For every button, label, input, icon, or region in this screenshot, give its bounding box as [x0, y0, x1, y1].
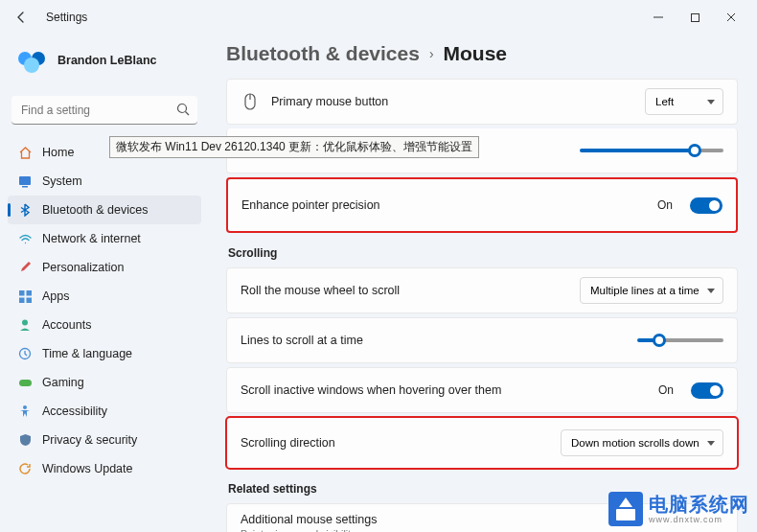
toggle-state: On	[658, 383, 674, 397]
svg-rect-12	[26, 290, 32, 296]
nav-label: Windows Update	[42, 462, 133, 475]
maximize-icon	[690, 12, 700, 23]
watermark: 电脑系统网 www.dnxtw.com	[608, 492, 749, 526]
svg-rect-10	[22, 186, 28, 188]
profile[interactable]: Brandon LeBlanc	[8, 35, 201, 94]
profile-name: Brandon LeBlanc	[57, 54, 157, 67]
scroll-direction-select[interactable]: Down motion scrolls down	[561, 429, 723, 456]
update-icon	[17, 461, 33, 476]
roll-wheel-select[interactable]: Multiple lines at a time	[580, 277, 723, 304]
search-icon	[176, 103, 190, 116]
svg-rect-11	[19, 290, 25, 296]
svg-line-8	[186, 112, 190, 116]
nav-system[interactable]: System	[8, 167, 201, 196]
chevron-right-icon: ›	[429, 46, 434, 61]
nav-gaming[interactable]: Gaming	[8, 368, 201, 397]
breadcrumb-parent[interactable]: Bluetooth & devices	[226, 42, 420, 65]
breadcrumb-current: Mouse	[444, 42, 508, 65]
person-icon	[17, 317, 33, 333]
row-label: Primary mouse button	[271, 95, 633, 108]
gaming-icon	[17, 375, 33, 390]
nav-network[interactable]: Network & internet	[8, 224, 201, 253]
primary-button-select[interactable]: Left	[645, 88, 723, 115]
nav-label: Privacy & security	[42, 433, 137, 447]
title-bar: Settings	[0, 0, 757, 35]
back-button[interactable]	[8, 4, 34, 31]
scrolling-heading: Scrolling	[228, 246, 738, 260]
window-title: Settings	[46, 11, 87, 24]
svg-rect-1	[691, 13, 699, 21]
enhance-precision-card: Enhance pointer precision On	[226, 177, 738, 233]
accessibility-icon	[17, 404, 33, 419]
sidebar: Brandon LeBlanc Home System Bluetooth & …	[0, 35, 209, 532]
minimize-button[interactable]	[640, 3, 677, 32]
system-icon	[17, 173, 33, 189]
svg-rect-17	[19, 380, 32, 386]
nav-update[interactable]: Windows Update	[8, 454, 201, 483]
nav-label: Home	[42, 146, 74, 159]
breadcrumb: Bluetooth & devices › Mouse	[226, 35, 738, 79]
search-wrap	[11, 96, 197, 125]
watermark-url: www.dnxtw.com	[649, 516, 749, 524]
svg-point-6	[24, 58, 39, 73]
arrow-left-icon	[14, 11, 28, 24]
row-label: Enhance pointer precision	[241, 198, 646, 212]
nav-label: Network & internet	[42, 232, 141, 245]
inactive-scroll-card: Scroll inactive windows when hovering ov…	[226, 367, 738, 413]
nav-label: Personalization	[42, 261, 124, 274]
enhance-precision-toggle[interactable]	[690, 197, 723, 214]
watermark-text: 电脑系统网	[649, 495, 749, 514]
svg-rect-9	[19, 176, 31, 185]
nav-accessibility[interactable]: Accessibility	[8, 397, 201, 426]
nav-personalization[interactable]: Personalization	[8, 253, 201, 282]
watermark-logo-icon	[608, 492, 643, 526]
nav-label: Accounts	[42, 318, 91, 332]
lines-scroll-slider[interactable]	[637, 338, 723, 342]
nav-label: Gaming	[42, 376, 84, 389]
clock-icon	[17, 346, 33, 361]
row-label: Scroll inactive windows when hovering ov…	[241, 383, 647, 397]
svg-point-18	[23, 405, 27, 409]
window-controls	[640, 3, 749, 32]
scroll-direction-card: Scrolling direction Down motion scrolls …	[226, 417, 738, 469]
svg-point-15	[22, 320, 28, 326]
nav-label: Accessibility	[42, 405, 107, 418]
lines-scroll-card: Lines to scroll at a time	[226, 317, 738, 363]
search-input[interactable]	[11, 96, 197, 125]
roll-wheel-card: Roll the mouse wheel to scroll Multiple …	[226, 267, 738, 313]
avatar-icon	[15, 44, 48, 77]
nav-accounts[interactable]: Accounts	[8, 311, 201, 339]
maximize-button[interactable]	[677, 3, 713, 32]
nav-list: Home System Bluetooth & devices Network …	[8, 138, 201, 483]
brush-icon	[17, 260, 33, 275]
toggle-state: On	[657, 198, 673, 212]
pointer-speed-slider[interactable]	[580, 149, 723, 152]
svg-rect-13	[19, 297, 25, 303]
mouse-icon	[241, 93, 260, 110]
nav-label: Time & language	[42, 347, 132, 360]
svg-point-7	[178, 104, 187, 113]
row-label: Scrolling direction	[241, 436, 549, 450]
wifi-icon	[17, 231, 33, 246]
row-sublabel: Pointer icons and visibility	[241, 528, 723, 532]
nav-label: System	[42, 174, 82, 188]
nav-bluetooth[interactable]: Bluetooth & devices	[8, 196, 201, 224]
home-icon	[17, 145, 33, 160]
row-label: Lines to scroll at a time	[241, 334, 626, 347]
nav-apps[interactable]: Apps	[8, 282, 201, 311]
tooltip: 微软发布 Win11 Dev 26120.1340 更新：优化鼠标体验、增强节能…	[109, 136, 479, 158]
inactive-scroll-toggle[interactable]	[691, 382, 723, 399]
nav-label: Apps	[42, 289, 70, 303]
svg-rect-14	[26, 297, 32, 303]
close-icon	[725, 12, 737, 23]
close-button[interactable]	[713, 3, 749, 32]
apps-icon	[17, 289, 33, 304]
shield-icon	[17, 432, 33, 448]
nav-time[interactable]: Time & language	[8, 339, 201, 368]
bluetooth-icon	[17, 202, 33, 218]
nav-privacy[interactable]: Privacy & security	[8, 426, 201, 454]
row-label: Roll the mouse wheel to scroll	[241, 284, 568, 297]
nav-label: Bluetooth & devices	[42, 203, 149, 217]
main-content: Bluetooth & devices › Mouse Primary mous…	[209, 35, 757, 532]
primary-button-card: Primary mouse button Left	[226, 79, 738, 125]
